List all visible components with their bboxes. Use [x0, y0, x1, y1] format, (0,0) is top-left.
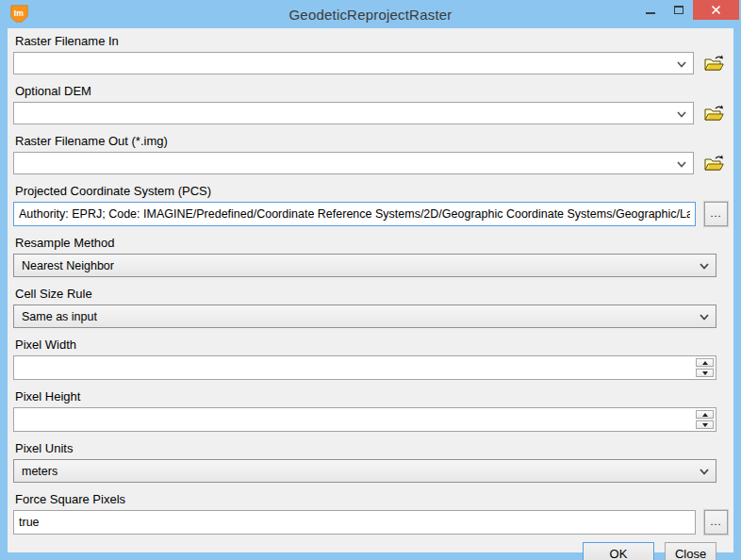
raster-filename-in-combobox[interactable]: [13, 52, 694, 74]
pixel-width-spinner: [696, 358, 714, 377]
folder-open-icon: [702, 104, 725, 123]
raster-filename-in-label: Raster Filename In: [15, 34, 733, 48]
pcs-input[interactable]: Authority: EPRJ; Code: IMAGINE/Predefine…: [13, 202, 696, 226]
force-square-pixels-ellipsis-button[interactable]: ...: [704, 510, 728, 535]
triangle-down-icon: [702, 423, 708, 427]
svg-text:Im: Im: [14, 8, 24, 18]
window-title: GeodeticReprojectRaster: [0, 7, 741, 23]
close-button[interactable]: [693, 0, 739, 20]
spin-up-button[interactable]: [696, 358, 714, 367]
imagine-app-icon: Im: [9, 4, 29, 24]
raster-filename-out-browse-button[interactable]: [701, 152, 726, 174]
dialog-window: Im GeodeticReprojectRaster Raster Filena…: [0, 0, 741, 560]
field-raster-filename-in: Raster Filename In: [13, 32, 733, 74]
pixel-height-input[interactable]: [13, 407, 716, 432]
minimize-icon: [646, 12, 655, 14]
triangle-up-icon: [702, 361, 708, 365]
window-controls: [636, 0, 739, 20]
field-cell-size-rule: Cell Size Rule Same as input: [13, 285, 733, 328]
dialog-content: Raster Filename In: [8, 28, 733, 552]
folder-open-icon: [702, 154, 725, 173]
raster-filename-in-browse-button[interactable]: [701, 52, 726, 74]
field-force-square-pixels: Force Square Pixels true ...: [13, 490, 733, 535]
field-pixel-height: Pixel Height: [13, 387, 733, 432]
pixel-height-spinner: [696, 410, 714, 429]
title-bar: Im GeodeticReprojectRaster: [0, 0, 741, 28]
force-square-pixels-input[interactable]: true: [13, 510, 696, 535]
pcs-label: Projected Coordinate System (PCS): [15, 184, 733, 198]
pixel-units-label: Pixel Units: [15, 441, 733, 455]
pcs-ellipsis-button[interactable]: ...: [704, 202, 728, 226]
optional-dem-browse-button[interactable]: [701, 102, 726, 124]
pixel-width-label: Pixel Width: [15, 338, 733, 352]
field-pixel-width: Pixel Width: [13, 336, 733, 380]
resample-method-label: Resample Method: [15, 236, 733, 250]
cell-size-rule-label: Cell Size Rule: [15, 287, 733, 301]
field-raster-filename-out: Raster Filename Out (*.img): [13, 132, 733, 174]
raster-filename-out-label: Raster Filename Out (*.img): [15, 134, 733, 148]
maximize-icon: [674, 6, 683, 14]
spin-up-button[interactable]: [696, 410, 714, 419]
chevron-down-icon: [700, 263, 709, 270]
maximize-button[interactable]: [665, 0, 693, 20]
pixel-units-dropdown[interactable]: meters: [13, 459, 716, 483]
resample-method-dropdown[interactable]: Nearest Neighbor: [13, 254, 716, 277]
field-projected-coordinate-system: Projected Coordinate System (PCS) Author…: [13, 182, 733, 226]
force-square-pixels-label: Force Square Pixels: [15, 492, 733, 506]
raster-filename-out-combobox[interactable]: [13, 152, 694, 174]
chevron-down-icon: [677, 61, 686, 68]
chevron-down-icon: [677, 111, 686, 118]
chevron-down-icon: [677, 161, 686, 168]
triangle-down-icon: [702, 371, 708, 375]
chevron-down-icon: [700, 469, 709, 475]
field-optional-dem: Optional DEM: [13, 82, 733, 124]
minimize-button[interactable]: [636, 0, 665, 20]
dialog-button-row: OK Close: [13, 542, 733, 560]
triangle-up-icon: [702, 413, 708, 417]
pixel-width-input[interactable]: [13, 355, 716, 380]
pixel-height-label: Pixel Height: [15, 389, 733, 404]
close-icon: [711, 5, 721, 15]
spin-down-button[interactable]: [696, 369, 714, 377]
field-pixel-units: Pixel Units meters: [13, 439, 733, 483]
ok-button[interactable]: OK: [583, 542, 654, 560]
cell-size-rule-dropdown[interactable]: Same as input: [13, 305, 716, 328]
folder-open-icon: [702, 54, 725, 73]
close-dialog-button[interactable]: Close: [665, 542, 716, 560]
field-resample-method: Resample Method Nearest Neighbor: [13, 234, 733, 277]
optional-dem-label: Optional DEM: [15, 84, 733, 98]
chevron-down-icon: [700, 314, 709, 321]
optional-dem-combobox[interactable]: [13, 102, 694, 124]
spin-down-button[interactable]: [696, 420, 714, 429]
